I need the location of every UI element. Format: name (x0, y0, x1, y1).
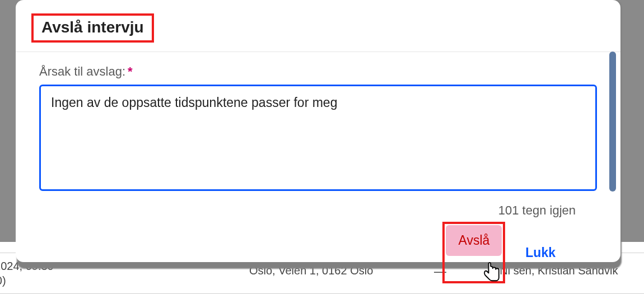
close-button[interactable]: Lukk (522, 241, 559, 265)
char-counter: 101 tegn igjen (498, 203, 576, 218)
reason-textarea[interactable] (39, 85, 597, 191)
reject-button[interactable]: Avslå (446, 225, 502, 256)
modal-header: Avslå intervju (16, 0, 620, 52)
required-asterisk: * (128, 64, 133, 78)
modal-footer: Avslå Lukk (442, 222, 559, 283)
modal-title-text: Avslå intervju (31, 13, 154, 43)
reason-label: Årsak til avslag:* (39, 64, 597, 79)
pointer-cursor-icon (479, 258, 504, 282)
reason-label-text: Årsak til avslag: (39, 64, 125, 78)
decline-interview-modal: Avslå intervju Årsak til avslag:* 101 te… (16, 0, 620, 262)
bg-date-line2: T+01:00) (0, 274, 6, 287)
modal-scrollbar[interactable] (609, 52, 616, 192)
modal-title: Avslå intervju (31, 18, 154, 36)
reject-button-highlight: Avslå (442, 222, 505, 283)
